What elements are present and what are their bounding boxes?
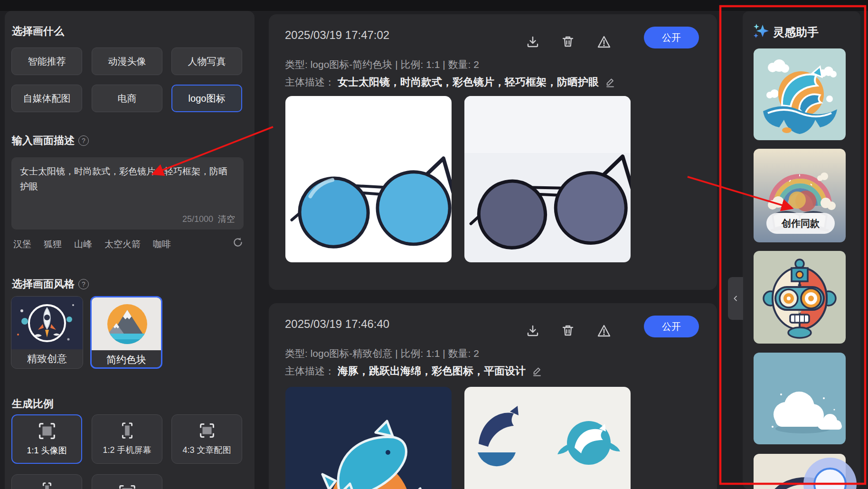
edit-pencil-icon[interactable] — [531, 365, 543, 377]
report-warning-icon[interactable] — [596, 34, 612, 49]
draw-option-label: logo图标 — [189, 92, 226, 105]
section-title-description: 输入画面描述 ? — [12, 134, 89, 148]
card-meta: 类型: logo图标-精致创意 | 比例: 1:1 | 数量: 2 — [285, 347, 479, 360]
generation-card-1: 2025/03/19 17:47:02 公开 类型: logo图标-简约色块 |… — [269, 14, 717, 290]
draw-option-smart[interactable]: 智能推荐 — [11, 48, 82, 75]
ratio-card-1-1[interactable]: 1:1 头像图 — [11, 414, 82, 464]
ratio-card-partial-left[interactable] — [11, 474, 82, 489]
inspiration-thumb-dolphins[interactable] — [754, 48, 846, 140]
inspiration-thumb-clouds[interactable] — [754, 353, 846, 444]
style-card-simple-blocks[interactable]: 简约色块 — [90, 296, 162, 369]
ratio-tall-icon — [116, 420, 138, 441]
refresh-icon[interactable] — [232, 236, 244, 249]
create-same-style-button[interactable]: 创作同款 — [766, 213, 835, 234]
generation-settings-panel: 选择画什么 智能推荐 动漫头像 人物写真 自媒体配图 电商 logo图标 输入画… — [5, 11, 255, 489]
description-value: 女士太阳镜，时尚款式，彩色镜片，轻巧框架，防晒护眼 — [338, 75, 599, 89]
ratio-wide-flat-icon — [116, 479, 138, 489]
result-image-sunglasses-blue[interactable] — [285, 96, 452, 262]
char-counter: 25/1000清空 — [182, 213, 235, 225]
generation-card-2: 2025/03/19 17:46:40 公开 类型: logo图标-精致创意 |… — [269, 303, 717, 489]
style-card-creative[interactable]: 精致创意 — [11, 296, 83, 369]
create-same-style-label: 创作同款 — [782, 217, 820, 230]
ratio-tall-narrow-icon — [36, 479, 58, 489]
inspiration-thumb-robot[interactable] — [754, 251, 846, 344]
description-input-wrap: 女士太阳镜，时尚款式，彩色镜片，轻巧框架，防晒护眼 25/1000清空 — [11, 157, 244, 230]
download-icon[interactable] — [525, 34, 540, 49]
ratio-card-label: 1:1 头像图 — [12, 445, 81, 456]
help-question-icon[interactable]: ? — [78, 135, 89, 146]
suggestion-tag[interactable]: 山峰 — [74, 238, 92, 250]
section-title-ratio: 生成比例 — [12, 397, 54, 411]
draw-option-media-image[interactable]: 自媒体配图 — [11, 85, 82, 112]
ratio-card-partial-right[interactable] — [92, 474, 162, 489]
description-label: 主体描述： — [285, 76, 335, 89]
chevron-left-icon — [732, 295, 739, 302]
inspiration-panel: 灵感助手 — [743, 11, 860, 489]
ratio-card-label: 4:3 文章配图 — [172, 444, 242, 456]
help-question-icon[interactable]: ? — [78, 279, 89, 289]
top-strip — [0, 0, 868, 11]
ratio-card-4-3[interactable]: 4:3 文章配图 — [171, 414, 242, 464]
draw-option-logo-icon[interactable]: logo图标 — [171, 85, 242, 112]
draw-option-label: 智能推荐 — [28, 55, 66, 68]
download-icon[interactable] — [525, 323, 540, 338]
section-title-description-text: 输入画面描述 — [12, 134, 75, 148]
draw-option-anime-avatar[interactable]: 动漫头像 — [92, 48, 162, 75]
floating-assistant-inner-circle — [813, 468, 847, 489]
report-warning-icon[interactable] — [596, 323, 612, 338]
card-description: 主体描述： 女士太阳镜，时尚款式，彩色镜片，轻巧框架，防晒护眼 — [285, 75, 616, 89]
publish-button[interactable]: 公开 — [644, 316, 699, 337]
section-title-draw: 选择画什么 — [12, 24, 64, 38]
sparkles-icon — [752, 22, 770, 40]
draw-option-label: 人物写真 — [188, 55, 226, 68]
section-title-style: 选择画面风格 ? — [12, 277, 89, 291]
description-value: 海豚，跳跃出海绵，彩色图标，平面设计 — [338, 364, 526, 378]
publish-button[interactable]: 公开 — [644, 27, 699, 48]
section-title-style-text: 选择画面风格 — [12, 277, 75, 291]
draw-option-label: 自媒体配图 — [23, 92, 71, 105]
style-card-label: 简约色块 — [92, 350, 161, 369]
suggestion-tag[interactable]: 咖啡 — [153, 238, 171, 250]
publish-button-label: 公开 — [662, 320, 681, 333]
result-image-sunglasses-dark[interactable] — [464, 96, 631, 262]
card-meta: 类型: logo图标-简约色块 | 比例: 1:1 | 数量: 2 — [285, 58, 479, 71]
timestamp: 2025/03/19 17:47:02 — [285, 29, 389, 42]
trash-icon[interactable] — [560, 34, 576, 49]
section-title-draw-text: 选择画什么 — [12, 24, 64, 38]
suggestion-tag[interactable]: 太空火箭 — [104, 238, 141, 250]
suggestion-tags: 汉堡 狐狸 山峰 太空火箭 咖啡 — [13, 238, 232, 250]
clear-button[interactable]: 清空 — [218, 214, 235, 224]
ratio-wide-icon — [196, 420, 218, 441]
style-card-label: 精致创意 — [11, 349, 83, 368]
trash-icon[interactable] — [560, 323, 576, 338]
draw-option-ecommerce[interactable]: 电商 — [92, 85, 162, 112]
description-label: 主体描述： — [285, 364, 335, 378]
draw-option-label: 动漫头像 — [108, 55, 146, 68]
ratio-card-1-2[interactable]: 1:2 手机屏幕 — [92, 414, 162, 464]
publish-button-label: 公开 — [662, 31, 681, 44]
suggestion-tag[interactable]: 汉堡 — [13, 238, 31, 250]
style-preview-mountain — [92, 297, 161, 350]
result-image-dolphin-logos[interactable] — [464, 387, 631, 489]
char-counter-value: 25/1000 — [182, 214, 213, 224]
card-description: 主体描述： 海豚，跳跃出海绵，彩色图标，平面设计 — [285, 364, 543, 378]
panel-collapse-handle[interactable] — [728, 277, 743, 320]
ratio-square-icon — [36, 420, 58, 442]
timestamp: 2025/03/19 17:46:40 — [285, 317, 389, 331]
edit-pencil-icon[interactable] — [604, 77, 616, 88]
draw-option-portrait[interactable]: 人物写真 — [171, 48, 242, 75]
app-window: 选择画什么 智能推荐 动漫头像 人物写真 自媒体配图 电商 logo图标 输入画… — [0, 0, 868, 489]
section-title-ratio-text: 生成比例 — [12, 397, 54, 411]
suggestion-tag[interactable]: 狐狸 — [44, 238, 62, 250]
ratio-card-label: 1:2 手机屏幕 — [92, 444, 162, 456]
draw-option-label: 电商 — [118, 92, 137, 105]
style-preview-rocket — [11, 297, 83, 349]
inspiration-panel-title: 灵感助手 — [773, 25, 819, 40]
result-image-dolphins-navy[interactable] — [285, 387, 452, 489]
